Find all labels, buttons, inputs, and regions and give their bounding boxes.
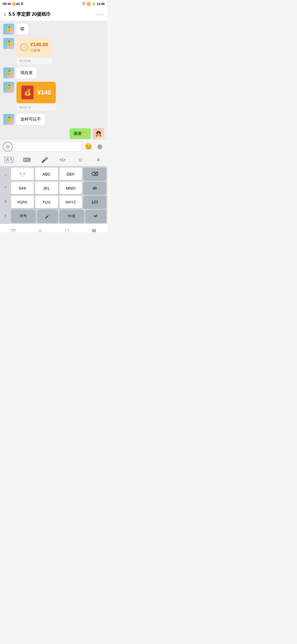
transfer-amount: ¥140.00 <box>30 42 48 48</box>
jkl-key[interactable]: JKL <box>35 182 58 194</box>
mno-key[interactable]: MNO <box>59 182 82 194</box>
keyboard-main: , ° ? ! ^_^ ABC DEF ⌫ GHI JKL MNO ab P <box>0 166 107 224</box>
status-network2: 4G <box>16 2 20 6</box>
main-keys: ^_^ ABC DEF ⌫ GHI JKL MNO ab PQRS TUV WX… <box>10 166 107 224</box>
question-key[interactable]: ? <box>1 196 10 208</box>
cursor-button[interactable]: <|> <box>57 154 68 165</box>
chat-area: 👶 喏 👶 ✓ ¥140.00 已收钱 微信转账 👶 现在发 👶 <box>0 21 107 139</box>
red-packet-label: 微信红包 <box>16 104 56 111</box>
nav-recent-icon: □ <box>65 228 69 232</box>
mic-icon: 🎤 <box>41 157 48 163</box>
sim-icon: 📶 <box>87 2 91 6</box>
wxyz-key[interactable]: WXYZ <box>59 196 82 208</box>
emoji-button[interactable]: 😊 <box>84 142 93 151</box>
lang-key[interactable]: 中/英 <box>59 210 84 222</box>
smiley-icon: ☺ <box>78 157 83 163</box>
nav-home-icon: ○ <box>38 228 42 232</box>
status-right: ⏰ 📶 🔋 13:48 <box>82 2 105 6</box>
emoji-icon: 😊 <box>85 143 92 150</box>
voice-toggle-button[interactable]: ⊙ <box>3 142 13 152</box>
ghi-key[interactable]: GHI <box>11 182 34 194</box>
input-method-icon: 讯飞 <box>4 157 14 163</box>
key-row-2: GHI JKL MNO ab <box>10 180 107 194</box>
123-key[interactable]: 123 <box>83 196 106 208</box>
avatar-self: 👧 <box>93 128 104 139</box>
avatar: 👶 <box>3 114 14 125</box>
abc-key[interactable]: ABC <box>35 168 58 180</box>
symbol-key[interactable]: 符号 <box>11 210 36 222</box>
msg-row: 👶 现在发 <box>3 67 104 78</box>
settings-button[interactable]: ≡ <box>93 154 104 165</box>
message-bubble: 这样可以不 <box>16 114 45 125</box>
mic-button[interactable]: 🎤 <box>39 154 50 165</box>
status-time: 13:48 <box>97 2 105 6</box>
message-bubble: 喏 <box>16 24 28 34</box>
key-row-bottom: 符号 🎤 中/英 ↵ <box>10 208 107 224</box>
add-button[interactable]: ⊕ <box>95 142 105 151</box>
settings-icon: ≡ <box>97 157 100 163</box>
keyboard-icon: ⌨ <box>23 157 31 163</box>
input-bar: ⊙ 😊 ⊕ <box>0 139 107 154</box>
add-icon: ⊕ <box>97 143 103 151</box>
avatar: 👶 <box>3 38 14 49</box>
more-button[interactable]: ··· <box>97 11 103 18</box>
avatar: 👶 <box>3 24 14 35</box>
backspace-key[interactable]: ⌫ <box>83 168 106 180</box>
msg-row: 👶 这样可以不 <box>3 114 104 125</box>
punctuation-column: , ° ? ! <box>0 166 10 224</box>
message-bubble-self: 谢谢😁 <box>70 128 91 139</box>
avatar: 👶 <box>3 67 14 78</box>
chat-header: ‹ 5.5 李定胶 20提纸巾 ··· <box>0 8 107 21</box>
comma-key[interactable]: , <box>1 168 10 180</box>
voice-icon: ⊙ <box>6 144 10 149</box>
pqrs-key[interactable]: PQRS <box>11 196 34 208</box>
message-bubble: 现在发 <box>16 67 37 78</box>
avatar: 👶 <box>3 82 14 93</box>
keyboard-toolbar: 讯飞 ⌨ 🎤 <|> ☺ ≡ <box>0 154 107 166</box>
nav-recent-button[interactable]: □ <box>59 225 75 233</box>
exclaim-key[interactable]: ! <box>1 210 10 222</box>
virtual-keyboard: , ° ? ! ^_^ ABC DEF ⌫ GHI JKL MNO ab P <box>0 166 107 224</box>
status-bar: HD 4G 📶 4G 支 ⏰ 📶 🔋 13:48 <box>0 0 107 8</box>
smiley-button[interactable]: ☺ <box>75 154 86 165</box>
status-left: HD 4G 📶 4G 支 <box>3 2 23 6</box>
msg-row: 👶 喏 <box>3 24 104 35</box>
msg-row: 👶 💰 ¥140 微信红包 <box>3 82 104 111</box>
key-row-3: PQRS TUV WXYZ 123 <box>10 194 107 208</box>
mic-key[interactable]: 🎤 <box>37 210 58 222</box>
status-pay: 支 <box>21 2 23 6</box>
red-packet-amount: ¥140 <box>37 89 51 96</box>
transfer-label: 微信转账 <box>16 58 52 64</box>
keyboard-button[interactable]: ⌨ <box>21 154 32 165</box>
enter-key[interactable]: ↵ <box>86 210 106 222</box>
red-packet-icon: 💰 <box>21 86 34 99</box>
nav-home-button[interactable]: ○ <box>32 225 48 233</box>
nav-back-icon: ▽ <box>11 228 15 233</box>
key-row-1: ^_^ ABC DEF ⌫ <box>10 166 107 180</box>
back-button[interactable]: ‹ <box>4 11 6 18</box>
mic-keyboard-icon: 🎤 <box>45 214 50 219</box>
check-icon: ✓ <box>20 43 28 51</box>
chat-title: 5.5 李定胶 20提纸巾 <box>9 11 97 17</box>
red-packet-card[interactable]: 💰 ¥140 <box>16 82 56 103</box>
tuv-key[interactable]: TUV <box>35 196 58 208</box>
status-network: HD 4G <box>3 2 11 6</box>
navigation-bar: ▽ ○ □ ⊞ <box>0 224 107 232</box>
transfer-card[interactable]: ✓ ¥140.00 已收钱 <box>16 38 52 57</box>
msg-row-right: 👧 谢谢😁 <box>3 128 104 139</box>
alarm-icon: ⏰ <box>82 2 86 6</box>
msg-row: 👶 ✓ ¥140.00 已收钱 微信转账 <box>3 38 104 64</box>
transfer-status: 已收钱 <box>30 48 48 53</box>
nav-keyboard-button[interactable]: ⊞ <box>86 225 102 233</box>
input-method-button[interactable]: 讯飞 <box>4 154 15 165</box>
status-signal: 📶 <box>12 2 15 6</box>
battery-icon: 🔋 <box>92 2 96 6</box>
hat-key[interactable]: ^_^ <box>11 168 34 180</box>
ab-key[interactable]: ab <box>83 182 106 194</box>
def-key[interactable]: DEF <box>59 168 82 180</box>
cursor-icon: <|> <box>59 157 66 162</box>
message-input[interactable] <box>15 142 81 152</box>
nav-back-button[interactable]: ▽ <box>5 225 22 233</box>
nav-keyboard-icon: ⊞ <box>92 228 96 233</box>
degree-key[interactable]: ° <box>1 182 10 194</box>
